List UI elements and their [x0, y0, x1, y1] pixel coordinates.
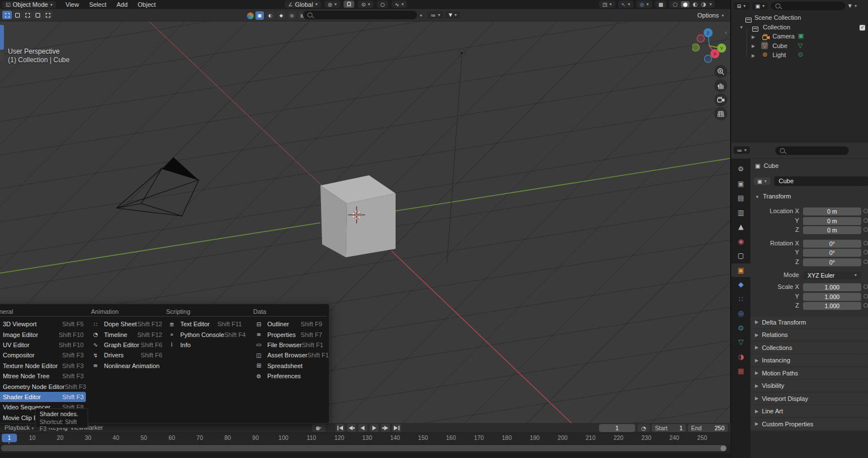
play-reverse-button[interactable] — [358, 424, 367, 432]
menu-item-uv-editor[interactable]: ▦UV EditorShift F10 — [0, 340, 86, 350]
properties-tab-particles[interactable]: ∷ — [731, 292, 750, 306]
navigation-gizmo[interactable]: Z Y X — [692, 25, 727, 65]
menu-item-shader-editor[interactable]: ◐Shader EditorShift F3 — [0, 392, 86, 402]
panel-visibility[interactable]: ▶Visibility — [750, 380, 868, 391]
transform-value-field[interactable]: 0 m — [803, 217, 861, 225]
transform-value-field[interactable]: 0° — [803, 249, 861, 257]
decorator-keyframe-icon[interactable] — [863, 241, 868, 245]
properties-search-input[interactable] — [775, 146, 849, 155]
transform-value-field[interactable]: 0 m — [803, 226, 861, 234]
toggle-a[interactable]: ◐ — [266, 11, 275, 20]
expand-closed-icon[interactable]: ▶ — [752, 34, 758, 40]
properties-tab-modifiers[interactable]: ◆ — [731, 278, 750, 291]
panel-custom-properties[interactable]: ▶Custom Properties — [750, 418, 868, 430]
viewport-menu-select[interactable]: Select — [87, 1, 109, 8]
panel-motion-paths[interactable]: ▶Motion Paths — [750, 368, 868, 379]
material-shading-icon[interactable]: ◐ — [693, 1, 698, 7]
filter-dropdown[interactable]: ▼▾ — [445, 11, 460, 19]
outliner-row-light[interactable]: ▶⊚Light⊙ — [731, 51, 868, 60]
panel-collections[interactable]: ▶Collections — [750, 342, 868, 353]
wireframe-shading-icon[interactable]: ○ — [672, 1, 678, 7]
menu-item-mtree-node-tree[interactable]: ∷Mtree Node TreeShift F3 — [0, 371, 86, 381]
outliner-row-collection[interactable]: ▼Collection✓ — [731, 23, 868, 32]
select-mode-invert[interactable] — [33, 11, 42, 19]
jump-to-start-button[interactable] — [336, 424, 345, 432]
pivot-point-dropdown[interactable]: ◎▾ — [324, 1, 340, 8]
frame-start-field[interactable]: Start1 — [652, 424, 686, 432]
expand-open-icon[interactable]: ▼ — [739, 25, 746, 30]
mode-dropdown[interactable]: ◱ Object Mode ▾ — [2, 1, 56, 8]
timeline-scrollbar[interactable] — [1, 445, 727, 451]
properties-tab-material[interactable]: ◑ — [731, 350, 750, 364]
decorator-keyframe-icon[interactable] — [863, 260, 868, 264]
properties-tab-render[interactable]: ▣ — [731, 177, 750, 191]
snap-toggle[interactable]: Ω — [344, 1, 355, 8]
toggle-c[interactable]: ◎ — [288, 11, 296, 20]
active-tool-button[interactable] — [0, 25, 4, 50]
select-mode-extend[interactable] — [12, 11, 22, 19]
decorator-keyframe-icon[interactable] — [863, 284, 868, 289]
properties-tab-texture[interactable]: ▦ — [731, 364, 750, 378]
options-dropdown[interactable]: Options▾ — [697, 12, 724, 19]
properties-editor-type-dropdown[interactable]: ≔▾ — [734, 146, 750, 154]
panel-delta-transform[interactable]: ▶Delta Transform — [750, 317, 868, 328]
outliner-row-camera[interactable]: ▶Camera▣ — [731, 32, 868, 41]
viewport-menu-object[interactable]: Object — [136, 1, 158, 8]
object-name-field[interactable]: Cube — [774, 176, 868, 186]
snap-settings-dropdown[interactable]: ⊙▾ — [358, 1, 374, 8]
jump-to-end-button[interactable] — [392, 424, 401, 432]
camera-view-button[interactable] — [714, 93, 727, 106]
outliner-display-mode-dropdown[interactable]: ⊟▾ — [734, 2, 749, 10]
menu-item-drivers[interactable]: ↯DriversShift F6 — [90, 350, 164, 360]
menu-item-text-editor[interactable]: ≣Text EditorShift F11 — [165, 319, 244, 329]
menu-item-info[interactable]: iInfo — [165, 340, 244, 350]
menu-item-image-editor[interactable]: ▤Image EditorShift F10 — [0, 329, 86, 339]
previous-keyframe-button[interactable] — [347, 424, 356, 432]
properties-tab-constraints[interactable]: ⊙ — [731, 321, 750, 335]
menu-item-file-browser[interactable]: ▭File BrowserShift F1 — [252, 340, 324, 350]
current-frame-badge[interactable]: 1 — [2, 434, 17, 442]
properties-tab-object-data[interactable]: ▽ — [731, 335, 750, 349]
properties-tab-world[interactable]: ◉ — [731, 235, 750, 248]
ortho-toggle-button[interactable] — [714, 107, 727, 120]
pan-hand-button[interactable] — [714, 79, 727, 92]
gizmo-dropdown[interactable]: ↖▾ — [618, 1, 634, 8]
proportional-falloff-dropdown[interactable]: ∿▾ — [392, 1, 407, 8]
rendered-shading-icon[interactable]: ◑ — [701, 1, 706, 7]
object-selector-dropdown[interactable]: ▣▾ — [754, 178, 770, 185]
select-mode-subtract[interactable] — [23, 11, 32, 19]
scrollbar-knob[interactable] — [721, 446, 726, 451]
menu-item-dope-sheet[interactable]: ∷Dope SheetShift F12 — [90, 319, 164, 329]
panel-line-art[interactable]: ▶Line Art — [750, 405, 868, 417]
proportional-editing-toggle[interactable]: ○ — [377, 1, 388, 8]
search-options-chevron[interactable]: ▾ — [420, 13, 422, 18]
viewport-menu-view[interactable]: View — [63, 1, 81, 8]
decorator-keyframe-icon[interactable] — [863, 303, 868, 308]
transform-panel-header[interactable]: ▼Transform — [750, 193, 868, 200]
decorator-keyframe-icon[interactable] — [863, 227, 868, 232]
toolbar-button[interactable] — [0, 52, 4, 61]
display-list-dropdown[interactable]: ≔▾ — [427, 11, 444, 19]
properties-tab-scene[interactable]: ▲ — [731, 220, 750, 234]
next-keyframe-button[interactable] — [381, 424, 390, 432]
select-mode-new[interactable] — [2, 11, 12, 19]
xray-toggle[interactable]: ▩ — [655, 1, 667, 8]
panel-instancing[interactable]: ▶Instancing — [750, 355, 868, 366]
decorator-keyframe-icon[interactable] — [863, 250, 868, 254]
menu-item-python-console[interactable]: »Python ConsoleShift F4 — [165, 329, 244, 339]
menu-item-geometry-node-editor[interactable]: ◫Geometry Node EditorShift F3 — [0, 381, 86, 391]
overlays-dropdown[interactable]: ◎▾ — [636, 1, 652, 8]
current-frame-field[interactable]: 1 — [599, 424, 635, 432]
toggle-b[interactable]: ◆ — [277, 11, 285, 20]
outliner-search-input[interactable] — [771, 2, 845, 10]
use-preview-range-button[interactable]: ◔ — [637, 424, 650, 432]
menu-item-spreadsheet[interactable]: ⊞Spreadsheet — [252, 361, 324, 371]
menu-item-texture-node-editor[interactable]: ▩Texture Node EditorShift F3 — [0, 361, 86, 371]
transform-value-field[interactable]: 1.000 — [803, 302, 861, 310]
panel-viewport-display[interactable]: ▶Viewport Display — [750, 393, 868, 404]
transform-value-field[interactable]: 1.000 — [803, 283, 861, 291]
outliner-filter-icon[interactable]: ▼ — [848, 3, 852, 8]
menu-item-outliner[interactable]: ⊟OutlinerShift F9 — [252, 319, 324, 329]
menu-item-preferences[interactable]: ⚙Preferences — [252, 371, 324, 381]
outliner-filter-mode-dropdown[interactable]: ▣▾ — [752, 2, 769, 10]
